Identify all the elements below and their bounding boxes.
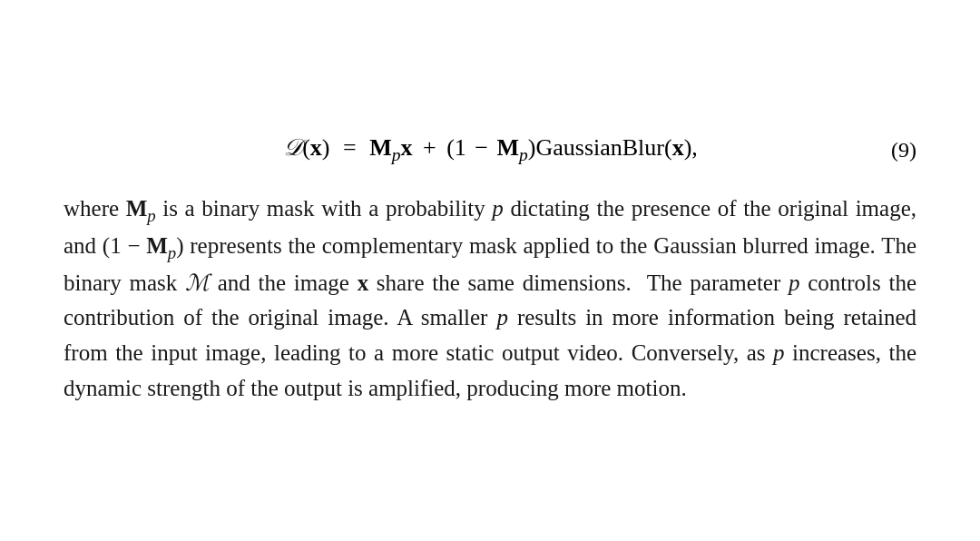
- eq-equals: =: [343, 134, 357, 161]
- eq-rhs: Mpx + (1 − Mp)GaussianBlur(x),: [369, 134, 698, 161]
- eq-lhs: 𝒟(x): [282, 134, 336, 161]
- equation-block: 𝒟(x) = Mpx + (1 − Mp)GaussianBlur(x), (9…: [64, 134, 916, 165]
- inline-M-cal: ℳ: [185, 270, 210, 295]
- inline-p1: p: [492, 196, 504, 221]
- inline-Mp-1: M: [126, 196, 148, 221]
- equation-formula: 𝒟(x) = Mpx + (1 − Mp)GaussianBlur(x),: [282, 134, 698, 165]
- paragraph-text: where Mp is a binary mask with a probabi…: [64, 192, 916, 407]
- eq-sub-p2: p: [519, 146, 528, 165]
- inline-x1: x: [358, 270, 369, 295]
- equation-number: (9): [891, 138, 916, 162]
- inline-p4: p: [773, 340, 785, 365]
- inline-sub-p4: p: [168, 243, 176, 262]
- inline-p3: p: [496, 305, 508, 330]
- inline-sub-p3: p: [147, 206, 155, 225]
- inline-Mp-2: M: [146, 233, 168, 258]
- main-content: 𝒟(x) = Mpx + (1 − Mp)GaussianBlur(x), (9…: [64, 116, 916, 424]
- inline-p2: p: [789, 270, 800, 295]
